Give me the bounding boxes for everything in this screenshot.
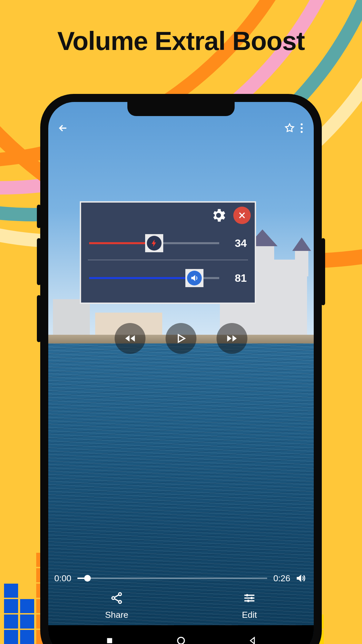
play-button[interactable] bbox=[166, 323, 196, 354]
tune-icon bbox=[243, 591, 256, 607]
boost-slider-thumb[interactable] bbox=[145, 234, 163, 252]
phone-notch bbox=[127, 102, 235, 116]
seek-thumb[interactable] bbox=[84, 575, 91, 582]
phone-screen: 34 81 bbox=[48, 102, 314, 644]
svg-point-4 bbox=[112, 597, 115, 599]
current-time: 0:00 bbox=[54, 573, 71, 584]
overflow-icon[interactable] bbox=[297, 121, 306, 136]
app-toolbar bbox=[48, 117, 314, 139]
volume-slider-row: 81 bbox=[89, 266, 247, 290]
svg-point-3 bbox=[119, 593, 121, 595]
svg-point-0 bbox=[301, 123, 303, 125]
back-icon[interactable] bbox=[56, 121, 70, 136]
share-label: Share bbox=[105, 610, 128, 620]
volume-slider[interactable] bbox=[89, 277, 219, 279]
android-navbar bbox=[48, 625, 314, 644]
volume-value: 81 bbox=[227, 272, 247, 284]
seek-bar-row: 0:00 0:26 bbox=[54, 571, 308, 586]
boost-slider[interactable] bbox=[89, 242, 219, 244]
phone-side-button bbox=[37, 295, 41, 342]
phone-side-button bbox=[37, 205, 41, 228]
rewind-button[interactable] bbox=[115, 323, 145, 354]
phone-side-button bbox=[321, 238, 325, 305]
panel-divider bbox=[88, 260, 248, 260]
forward-button[interactable] bbox=[217, 323, 247, 354]
volume-slider-thumb[interactable] bbox=[185, 269, 203, 287]
settings-icon[interactable] bbox=[209, 206, 228, 225]
nav-home-icon[interactable] bbox=[171, 631, 191, 644]
favorite-icon[interactable] bbox=[282, 121, 297, 136]
sound-icon[interactable] bbox=[293, 571, 308, 586]
duration: 0:26 bbox=[273, 573, 290, 584]
volume-icon bbox=[187, 271, 202, 285]
video-preview[interactable] bbox=[48, 102, 314, 644]
close-icon[interactable] bbox=[233, 207, 251, 224]
svg-point-1 bbox=[301, 127, 303, 129]
playback-controls bbox=[48, 320, 314, 357]
action-row: Share Edit bbox=[48, 589, 314, 623]
share-button[interactable]: Share bbox=[105, 591, 128, 620]
promo-headline: Volume Extral Boost bbox=[0, 27, 362, 55]
edit-label: Edit bbox=[242, 610, 257, 620]
svg-point-5 bbox=[119, 601, 121, 603]
boost-slider-row: 34 bbox=[89, 231, 247, 255]
phone-frame: 34 81 bbox=[40, 94, 322, 644]
svg-point-7 bbox=[178, 637, 184, 644]
seek-bar[interactable] bbox=[77, 578, 267, 579]
edit-button[interactable]: Edit bbox=[242, 591, 257, 620]
volume-boost-panel: 34 81 bbox=[80, 201, 256, 304]
lightning-icon bbox=[147, 236, 162, 251]
boost-value: 34 bbox=[227, 237, 247, 250]
svg-rect-6 bbox=[107, 638, 112, 643]
promo-background: Volume Extral Boost bbox=[0, 0, 362, 644]
phone-side-button bbox=[37, 238, 41, 285]
nav-back-icon[interactable] bbox=[242, 631, 262, 644]
video-player-app: 34 81 bbox=[48, 102, 314, 644]
svg-point-2 bbox=[301, 131, 303, 133]
share-icon bbox=[110, 591, 123, 607]
nav-recents-icon[interactable] bbox=[100, 631, 120, 644]
